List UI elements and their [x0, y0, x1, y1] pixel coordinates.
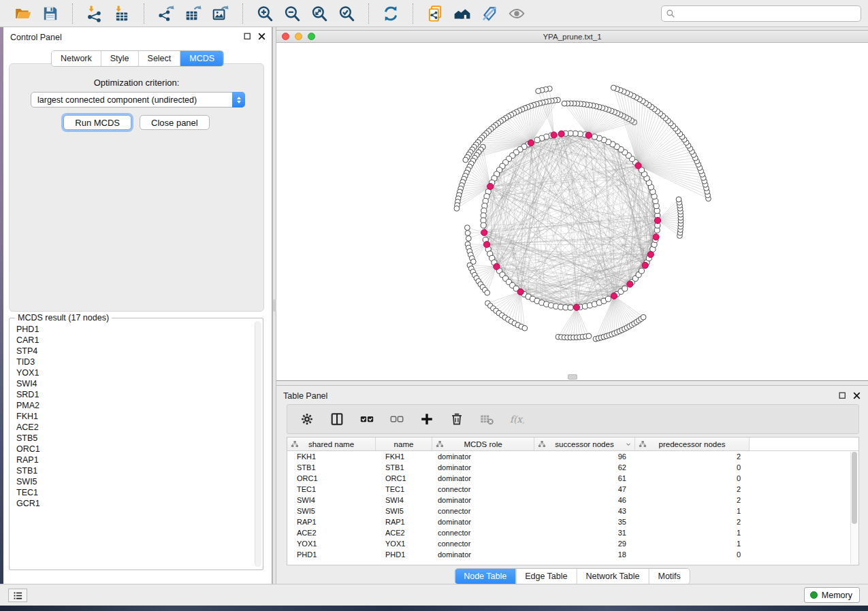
- leaf-node[interactable]: [466, 236, 471, 242]
- add-column-button[interactable]: [414, 407, 440, 431]
- table-cell[interactable]: 31: [534, 529, 635, 537]
- hide-labels-button[interactable]: [476, 2, 503, 25]
- table-cell[interactable]: connector: [432, 485, 534, 493]
- ring-node[interactable]: [622, 286, 628, 291]
- tab-motifs[interactable]: Motifs: [648, 569, 689, 584]
- import-table-button[interactable]: [108, 2, 135, 25]
- table-cell[interactable]: FKH1: [287, 452, 376, 461]
- ring-node[interactable]: [605, 296, 611, 301]
- table-cell[interactable]: 18: [534, 550, 635, 559]
- network-graph[interactable]: [276, 44, 868, 380]
- table-cell[interactable]: dominator: [432, 518, 534, 526]
- column-header-predecessor-nodes[interactable]: predecessor nodes: [635, 437, 750, 450]
- leaf-node[interactable]: [522, 325, 528, 331]
- ring-node[interactable]: [592, 134, 597, 139]
- table-cell[interactable]: ORC1: [376, 474, 432, 482]
- leaf-node[interactable]: [562, 101, 567, 106]
- table-scrollbar-thumb[interactable]: [852, 452, 857, 524]
- tab-network-table[interactable]: Network Table: [577, 569, 649, 584]
- save-session-button[interactable]: [37, 2, 64, 25]
- close-panel-icon[interactable]: [257, 32, 266, 41]
- table-cell[interactable]: 1: [635, 540, 750, 548]
- column-header-shared-name[interactable]: shared name: [287, 437, 376, 450]
- leaf-node[interactable]: [454, 206, 460, 212]
- mcds-hub-node[interactable]: [653, 234, 659, 240]
- leaf-node[interactable]: [611, 85, 616, 90]
- table-cell[interactable]: PHD1: [376, 550, 432, 559]
- tab-network[interactable]: Network: [52, 51, 101, 66]
- table-cell[interactable]: 2: [635, 485, 750, 493]
- table-cell[interactable]: dominator: [432, 550, 534, 559]
- mcds-result-item[interactable]: CAR1: [14, 335, 253, 346]
- column-header-successor-nodes[interactable]: successor nodes: [534, 437, 635, 450]
- table-cell[interactable]: YOX1: [376, 540, 432, 548]
- eye-button[interactable]: [503, 2, 530, 25]
- mcds-result-item[interactable]: ORC1: [14, 444, 253, 455]
- mcds-result-item[interactable]: PMA2: [14, 400, 253, 411]
- table-row[interactable]: RAP1RAP1dominator352: [287, 516, 858, 527]
- table-cell[interactable]: dominator: [432, 463, 534, 472]
- leaf-node[interactable]: [465, 225, 470, 231]
- ring-node[interactable]: [481, 222, 486, 228]
- leaf-node[interactable]: [463, 157, 468, 163]
- mcds-result-item[interactable]: YOX1: [14, 367, 253, 378]
- settings-gear-button[interactable]: [294, 407, 320, 431]
- mcds-result-item[interactable]: SWI4: [14, 378, 253, 389]
- session-list-button[interactable]: [8, 589, 27, 602]
- table-cell[interactable]: 2: [635, 518, 750, 526]
- table-cell[interactable]: ACE2: [376, 529, 432, 537]
- mcds-result-item[interactable]: RAP1: [14, 455, 253, 465]
- mcds-hub-node[interactable]: [642, 262, 648, 268]
- table-cell[interactable]: RAP1: [287, 518, 376, 526]
- export-table-button[interactable]: [180, 2, 207, 25]
- mcds-result-item[interactable]: TID3: [14, 357, 253, 367]
- table-cell[interactable]: 0: [635, 463, 750, 472]
- close-panel-button[interactable]: Close panel: [140, 115, 210, 130]
- search-input[interactable]: [679, 7, 856, 20]
- mcds-hub-node[interactable]: [551, 132, 557, 138]
- table-row[interactable]: ORC1ORC1dominator610: [287, 473, 858, 484]
- close-table-panel-icon[interactable]: [852, 391, 861, 400]
- maximize-window-icon[interactable]: [308, 33, 315, 40]
- float-table-panel-icon[interactable]: [838, 391, 847, 400]
- table-cell[interactable]: 35: [534, 518, 635, 526]
- table-cell[interactable]: SWI4: [287, 496, 376, 504]
- table-cell[interactable]: TEC1: [376, 485, 432, 493]
- table-row[interactable]: FKH1FKH1dominator962: [287, 451, 858, 462]
- export-image-button[interactable]: [207, 2, 234, 25]
- table-cell[interactable]: 46: [534, 496, 635, 504]
- table-cell[interactable]: connector: [432, 507, 534, 515]
- optimization-criterion-select[interactable]: largest connected component (undirected): [31, 92, 245, 108]
- table-cell[interactable]: dominator: [432, 452, 534, 461]
- network-canvas[interactable]: [276, 44, 868, 380]
- table-cell[interactable]: 1: [635, 507, 750, 515]
- zoom-in-button[interactable]: [251, 2, 278, 25]
- table-cell[interactable]: STB1: [376, 463, 432, 472]
- column-header-MCDS-role[interactable]: MCDS role: [432, 437, 534, 450]
- table-cell[interactable]: 2: [635, 496, 750, 504]
- mcds-result-item[interactable]: STP4: [14, 346, 253, 357]
- table-cell[interactable]: connector: [432, 529, 534, 537]
- mcds-hub-node[interactable]: [573, 304, 579, 310]
- table-cell[interactable]: YOX1: [287, 540, 376, 548]
- close-window-icon[interactable]: [282, 33, 289, 40]
- table-cell[interactable]: dominator: [432, 496, 534, 504]
- mcds-hub-node[interactable]: [487, 183, 494, 189]
- houses-button[interactable]: [449, 2, 476, 25]
- table-cell[interactable]: connector: [432, 540, 534, 548]
- mcds-hub-node[interactable]: [635, 163, 641, 169]
- mcds-result-item[interactable]: GCR1: [14, 498, 253, 509]
- tab-node-table[interactable]: Node Table: [455, 569, 515, 584]
- mcds-result-item[interactable]: TEC1: [14, 487, 253, 498]
- mcds-hub-node[interactable]: [558, 131, 564, 137]
- leaf-node[interactable]: [586, 333, 592, 339]
- table-cell[interactable]: 2: [635, 452, 750, 461]
- table-row[interactable]: SWI5SWI5connector431: [287, 506, 858, 516]
- ring-node[interactable]: [639, 268, 644, 274]
- table-cell[interactable]: ACE2: [287, 529, 376, 537]
- tab-style[interactable]: Style: [101, 51, 138, 66]
- ring-node[interactable]: [568, 305, 573, 310]
- network-file-button[interactable]: [421, 2, 449, 25]
- column-header-name[interactable]: name: [376, 437, 432, 450]
- split-columns-button[interactable]: [324, 407, 350, 431]
